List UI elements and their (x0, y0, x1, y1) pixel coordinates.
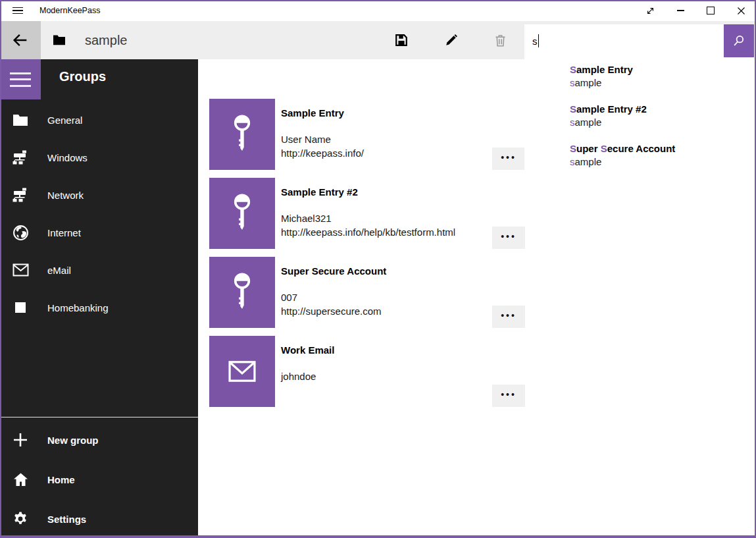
text-cursor (538, 34, 539, 47)
entry-row-super-secure-account[interactable]: Super Secure Account 007 http://supersec… (209, 257, 525, 328)
save-icon (394, 33, 409, 47)
window-title: ModernKeePass (39, 0, 100, 21)
globe-icon (12, 224, 29, 241)
minimize-icon (677, 10, 684, 11)
entry-username: 007 (281, 292, 297, 303)
suggestion-item[interactable]: Sample Entry #2 sample (524, 103, 754, 140)
maximize-button[interactable] (695, 0, 726, 21)
entry-url: http://keepass.info/ (281, 148, 364, 159)
key-icon (225, 112, 259, 157)
title-bar: ModernKeePass (0, 0, 756, 21)
network-icon (12, 149, 29, 166)
sidebar-item-network[interactable]: Network (0, 176, 198, 213)
suggestion-title: Sample Entry #2 (570, 103, 754, 116)
gear-icon (12, 510, 29, 527)
entry-title: Super Secure Account (281, 265, 386, 277)
pencil-icon (444, 33, 459, 47)
trash-icon (493, 34, 507, 47)
sidebar-divider (0, 417, 198, 417)
suggestion-subtitle: sample (570, 155, 754, 169)
entry-row-sample-entry-2[interactable]: Sample Entry #2 Michael321 http://keepas… (209, 178, 525, 249)
close-icon (736, 6, 746, 16)
entry-title: Sample Entry #2 (281, 186, 358, 198)
key-icon (225, 270, 259, 315)
maximize-icon (707, 7, 715, 14)
sidebar-item-email[interactable]: eMail (0, 252, 198, 288)
search-input[interactable]: s (524, 24, 724, 57)
suggestion-subtitle: sample (570, 116, 754, 129)
home-button[interactable]: Home (0, 461, 198, 498)
suggestion-item[interactable]: Sample Entry sample (524, 63, 754, 100)
entry-more-button[interactable]: ••• (492, 306, 525, 328)
entry-url: http://keepass.info/help/kb/testform.htm… (281, 227, 455, 238)
groups-header: Groups (59, 69, 106, 84)
entry-more-button[interactable]: ••• (492, 148, 525, 170)
suggestion-title: Super Secure Account (570, 142, 754, 155)
delete-button[interactable] (484, 24, 516, 56)
email-icon (227, 360, 257, 383)
sidebar-item-homebanking[interactable]: Homebanking (0, 289, 198, 326)
search-input-value: s (532, 36, 538, 47)
entry-title: Sample Entry (281, 107, 344, 119)
search-icon (732, 34, 746, 48)
entry-tile (209, 178, 275, 249)
settings-button[interactable]: Settings (0, 500, 198, 537)
back-button[interactable] (0, 21, 41, 59)
fullscreen-icon (645, 5, 656, 16)
sidebar-item-general[interactable]: General (0, 101, 198, 138)
sidebar-item-windows[interactable]: Windows (0, 139, 198, 176)
titlebar-menu-icon[interactable] (5, 0, 30, 21)
plus-icon (12, 431, 29, 448)
suggestion-item[interactable]: Super Secure Account sample (524, 142, 754, 179)
edit-button[interactable] (436, 24, 467, 56)
entry-row-work-email[interactable]: Work Email johndoe ••• (209, 336, 525, 407)
key-icon (225, 191, 259, 236)
entry-username: User Name (281, 134, 331, 145)
entry-username: johndoe (281, 371, 316, 382)
entry-tile (209, 99, 275, 170)
square-icon (12, 299, 29, 316)
entry-more-button[interactable]: ••• (492, 385, 525, 407)
nav-menu-button[interactable] (0, 59, 41, 99)
sidebar-item-internet[interactable]: Internet (0, 214, 198, 251)
network-icon (12, 186, 29, 203)
fullscreen-button[interactable] (635, 0, 665, 21)
folder-icon (12, 111, 29, 128)
entry-tile (209, 336, 275, 407)
suggestion-subtitle: sample (570, 76, 754, 90)
save-button[interactable] (386, 24, 417, 56)
entry-title: Work Email (281, 344, 334, 356)
database-title: sample (85, 21, 127, 59)
search-button[interactable] (724, 24, 754, 57)
entry-more-button[interactable]: ••• (492, 227, 525, 249)
search-suggestions-dropdown: Sample Entry sample Sample Entry #2 samp… (524, 57, 754, 189)
entry-url: http://supersecure.com (281, 306, 382, 317)
minimize-button[interactable] (665, 0, 695, 21)
mail-icon (12, 261, 29, 279)
new-group-button[interactable]: New group (0, 421, 198, 458)
suggestion-title: Sample Entry (570, 63, 754, 76)
home-icon (12, 471, 29, 488)
entry-row-sample-entry[interactable]: Sample Entry User Name http://keepass.in… (209, 99, 525, 170)
close-button[interactable] (726, 0, 756, 21)
back-arrow-icon (11, 31, 30, 49)
entry-tile (209, 257, 275, 328)
entry-username: Michael321 (281, 213, 332, 224)
database-folder-icon (53, 34, 66, 45)
